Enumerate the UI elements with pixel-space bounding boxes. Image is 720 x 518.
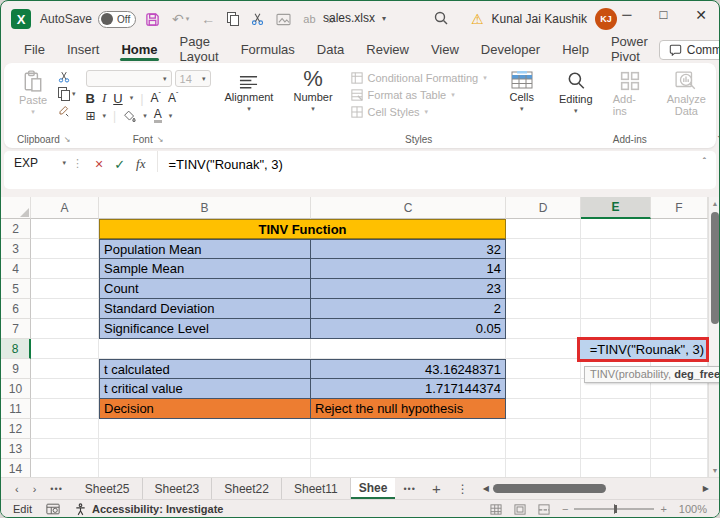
analyze-data-button[interactable]: Analyze Data: [661, 67, 712, 120]
cell-d3[interactable]: [506, 239, 581, 259]
search-icon[interactable]: [433, 10, 449, 26]
cell-c6-value[interactable]: 2: [311, 299, 506, 319]
tab-insert[interactable]: Insert: [56, 39, 111, 62]
format-as-table-button[interactable]: Format as Table ▾: [351, 89, 487, 101]
cell-c4-value[interactable]: 14: [311, 259, 506, 279]
row-header-14[interactable]: 14: [1, 459, 31, 477]
tab-help[interactable]: Help: [551, 39, 600, 62]
cell-d8[interactable]: [506, 339, 581, 359]
row-header-5[interactable]: 5: [1, 279, 31, 299]
excel-logo-icon[interactable]: X: [11, 9, 31, 29]
paste-button[interactable]: Paste ▾: [10, 67, 56, 119]
font-name-combo[interactable]: ▾: [86, 70, 172, 87]
close-button[interactable]: ✕: [695, 7, 707, 23]
cell-b7-label[interactable]: Significance Level: [99, 319, 311, 339]
cell-b13[interactable]: [99, 439, 311, 459]
copy-button[interactable]: ▾: [58, 87, 76, 101]
cell-f5[interactable]: [651, 279, 708, 299]
zoom-out-icon[interactable]: −: [562, 503, 568, 515]
more-sheets-icon[interactable]: •••: [395, 478, 423, 499]
col-header-c[interactable]: C: [311, 197, 506, 219]
sheet-tab-sheet23[interactable]: Sheet23: [143, 478, 213, 499]
borders-button[interactable]: ⊞: [86, 109, 96, 123]
cell-b10-label[interactable]: t critical value: [99, 379, 311, 399]
cell-b11-label[interactable]: Decision: [99, 399, 311, 419]
cell-b4-label[interactable]: Sample Mean: [99, 259, 311, 279]
col-header-d[interactable]: D: [506, 197, 581, 219]
cell-a10[interactable]: [31, 379, 99, 399]
cell-f14[interactable]: [651, 459, 708, 477]
select-all-corner[interactable]: [1, 197, 31, 219]
cell-d12[interactable]: [506, 419, 581, 439]
cell-e13[interactable]: [581, 439, 651, 459]
bold-button[interactable]: B: [86, 91, 95, 106]
macro-record-icon[interactable]: [46, 503, 60, 515]
sheet-tab-active[interactable]: Shee: [351, 478, 396, 499]
cell-c3-value[interactable]: 32: [311, 239, 506, 259]
editing-button[interactable]: Editing ▾: [553, 67, 599, 118]
cell-c11-value[interactable]: Reject the null hypothesis: [311, 399, 506, 419]
sheet-tab-sheet25[interactable]: Sheet25: [73, 478, 143, 499]
collapse-ribbon-icon[interactable]: ⌄: [716, 130, 720, 140]
page-layout-view-icon[interactable]: [514, 504, 526, 515]
sheet-options-icon[interactable]: ⋮: [449, 478, 477, 499]
vertical-scrollbar[interactable]: ▲ ▼: [708, 197, 720, 477]
sheet-list-icon[interactable]: •••: [50, 484, 62, 494]
enter-icon[interactable]: ✓: [114, 157, 125, 172]
cell-d4[interactable]: [506, 259, 581, 279]
scroll-left-icon[interactable]: ◀: [483, 484, 489, 493]
cell-e5[interactable]: [581, 279, 651, 299]
vertical-scroll-thumb[interactable]: [711, 212, 719, 324]
cell-f11[interactable]: [651, 399, 708, 419]
autosave-switch[interactable]: Off: [98, 11, 136, 28]
cell-a13[interactable]: [31, 439, 99, 459]
save-icon[interactable]: [145, 12, 160, 27]
conditional-formatting-button[interactable]: Conditional Formatting ▾: [351, 72, 487, 84]
comments-button[interactable]: Comments: [659, 40, 720, 60]
underline-button[interactable]: U: [113, 91, 122, 106]
cell-e14[interactable]: [581, 459, 651, 477]
addins-button[interactable]: Add-ins: [607, 67, 653, 120]
cell-d9[interactable]: [506, 359, 581, 379]
dialog-launcher-icon[interactable]: ↘: [157, 135, 164, 144]
insert-function-icon[interactable]: fx: [136, 156, 145, 172]
zoom-slider[interactable]: − +: [562, 503, 667, 515]
cell-b14[interactable]: [99, 459, 311, 477]
cut-icon[interactable]: [251, 12, 264, 26]
cell-a2[interactable]: [31, 219, 99, 239]
tab-view[interactable]: View: [420, 39, 470, 62]
col-header-a[interactable]: A: [31, 197, 99, 219]
cell-f6[interactable]: [651, 299, 708, 319]
page-break-view-icon[interactable]: [538, 504, 550, 515]
cut-button[interactable]: [58, 71, 76, 83]
prev-sheet-icon[interactable]: ‹: [15, 483, 19, 495]
row-header-13[interactable]: 13: [1, 439, 31, 459]
zoom-in-icon[interactable]: +: [660, 503, 666, 515]
cell-c13[interactable]: [311, 439, 506, 459]
cell-a14[interactable]: [31, 459, 99, 477]
autosave-toggle[interactable]: AutoSave Off: [40, 11, 136, 28]
collapse-formula-bar-icon[interactable]: ˆ: [693, 151, 716, 168]
cell-e11[interactable]: [581, 399, 651, 419]
cell-a11[interactable]: [31, 399, 99, 419]
cell-d6[interactable]: [506, 299, 581, 319]
scroll-right-icon[interactable]: ▶: [703, 484, 709, 493]
cell-f4[interactable]: [651, 259, 708, 279]
cell-d2[interactable]: [506, 219, 581, 239]
col-header-e-selected[interactable]: E: [581, 197, 651, 219]
number-button[interactable]: % Number ▾: [287, 67, 338, 116]
cell-a4[interactable]: [31, 259, 99, 279]
redo-icon[interactable]: ←: [201, 11, 215, 27]
cell-b9-label[interactable]: t calculated: [99, 359, 311, 379]
find-replace-icon[interactable]: ab: [303, 13, 315, 25]
cell-styles-button[interactable]: Cell Styles ▾: [351, 106, 487, 118]
cell-f3[interactable]: [651, 239, 708, 259]
chevron-down-icon[interactable]: ▾: [130, 94, 134, 102]
cell-a3[interactable]: [31, 239, 99, 259]
sheet-tab-sheet22[interactable]: Sheet22: [212, 478, 282, 499]
tab-formulas[interactable]: Formulas: [230, 39, 306, 62]
font-size-combo[interactable]: 14▾: [175, 70, 211, 87]
italic-button[interactable]: I: [102, 90, 106, 106]
minimize-button[interactable]: ─: [622, 7, 631, 23]
row-header-3[interactable]: 3: [1, 239, 31, 259]
